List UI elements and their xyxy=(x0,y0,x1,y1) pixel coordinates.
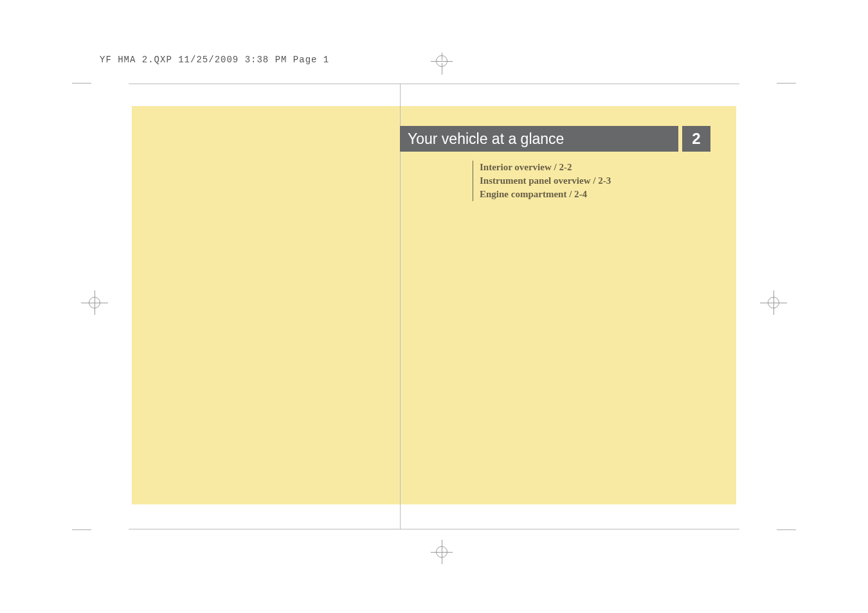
content-background xyxy=(132,106,736,504)
file-header-info: YF HMA 2.QXP 11/25/2009 3:38 PM Page 1 xyxy=(100,55,329,65)
crop-tick xyxy=(777,83,796,84)
toc-item: Engine compartment / 2-4 xyxy=(480,188,611,201)
crop-tick xyxy=(72,83,91,84)
crop-mark-icon xyxy=(433,544,450,560)
crop-mark-icon xyxy=(433,53,450,69)
toc-item: Instrument panel overview / 2-3 xyxy=(480,174,611,188)
chapter-number-badge: 2 xyxy=(682,126,710,152)
crop-tick xyxy=(777,529,796,530)
table-of-contents: Interior overview / 2-2 Instrument panel… xyxy=(473,161,611,201)
chapter-title-bar: Your vehicle at a glance xyxy=(400,126,678,152)
toc-item: Interior overview / 2-2 xyxy=(480,161,611,174)
crop-mark-icon xyxy=(86,294,103,311)
crop-tick xyxy=(72,529,91,530)
crop-mark-icon xyxy=(765,294,782,311)
chapter-title: Your vehicle at a glance xyxy=(408,130,564,148)
